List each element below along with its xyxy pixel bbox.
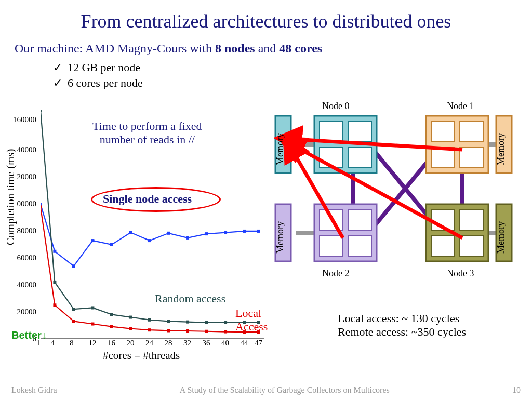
ytick: 40000 (7, 145, 36, 154)
svg-rect-38 (224, 330, 227, 334)
check-icon: ✓ (53, 61, 62, 74)
memory-label: Memory (275, 133, 285, 165)
svg-rect-19 (110, 313, 113, 316)
xtick: 8 (70, 339, 74, 348)
chart-note-line: Time to perform a fixed (92, 119, 202, 133)
svg-rect-54 (348, 147, 371, 168)
svg-rect-25 (224, 321, 227, 324)
svg-rect-10 (186, 236, 189, 240)
svg-rect-21 (148, 318, 151, 322)
local-access-line: Access (235, 320, 268, 334)
xtick: 40 (221, 339, 229, 348)
svg-rect-24 (205, 321, 208, 324)
svg-rect-22 (167, 320, 170, 323)
svg-rect-59 (460, 147, 483, 168)
svg-rect-23 (186, 321, 189, 324)
memory-label: Memory (496, 133, 506, 165)
svg-rect-5 (91, 239, 94, 242)
machine-subtitle: Our machine: AMD Magny-Cours with 8 node… (0, 32, 532, 56)
svg-rect-8 (148, 239, 151, 242)
spec-list: ✓12 GB per node ✓6 cores per node (0, 56, 532, 90)
svg-rect-35 (167, 329, 170, 332)
svg-rect-6 (110, 243, 113, 246)
node-1-label: Node 1 (447, 101, 474, 112)
svg-rect-3 (53, 250, 56, 253)
ytick: 00000 (7, 200, 36, 208)
subtitle-prefix: Our machine: AMD Magny-Cours with (15, 42, 215, 55)
subtitle-cores: 48 cores (279, 42, 322, 55)
node-2-icon (314, 204, 377, 261)
random-access-label: Random access (155, 292, 225, 305)
svg-rect-69 (460, 235, 483, 256)
xtick: 32 (183, 339, 191, 348)
memory-label: Memory (275, 221, 285, 254)
xtick: 36 (203, 339, 210, 348)
svg-rect-15 (41, 110, 42, 112)
svg-rect-56 (431, 121, 455, 142)
svg-rect-37 (205, 330, 208, 333)
chart-xlabel: #cores = #threads (103, 349, 180, 362)
svg-rect-62 (348, 209, 371, 230)
single-node-callout: Single node access (103, 192, 192, 206)
svg-rect-17 (72, 308, 75, 311)
xtick: 12 (88, 339, 96, 348)
svg-rect-11 (205, 232, 208, 235)
footer: Lokesh Gidra A Study of the Scalability … (0, 385, 532, 395)
svg-rect-68 (431, 235, 455, 256)
svg-rect-30 (72, 320, 75, 323)
node-3-label: Node 3 (447, 268, 474, 279)
local-access-label: Local Access (235, 307, 268, 334)
svg-rect-29 (53, 303, 56, 307)
svg-rect-57 (460, 121, 483, 142)
xtick: 4 (50, 339, 55, 348)
node-3-icon (426, 204, 488, 261)
ytick: 80000 (7, 227, 36, 235)
svg-rect-12 (224, 231, 227, 234)
xtick: 47 (255, 339, 262, 348)
remote-cycles: Remote access: ~350 cycles (338, 325, 466, 339)
ytick: 60000 (7, 254, 36, 262)
list-item: ✓6 cores per node (53, 75, 532, 91)
chart: Completion time (ms) 0 20000 40000 60000… (9, 110, 269, 354)
svg-rect-67 (460, 209, 483, 230)
svg-rect-14 (257, 230, 260, 233)
local-cycles: Local access: ~ 130 cycles (338, 312, 466, 325)
check-icon: ✓ (53, 76, 62, 89)
svg-rect-16 (53, 281, 56, 284)
svg-rect-36 (186, 329, 189, 332)
svg-rect-63 (320, 235, 343, 256)
ytick: 160000 (7, 115, 36, 124)
xtick: 44 (241, 339, 248, 348)
list-item: ✓12 GB per node (53, 60, 532, 75)
xtick: 28 (165, 339, 172, 348)
access-cycles: Local access: ~ 130 cycles Remote access… (338, 312, 466, 339)
svg-rect-4 (72, 264, 75, 268)
bullet-text: 6 cores per node (68, 76, 143, 89)
bullet-text: 12 GB per node (68, 61, 140, 74)
svg-rect-18 (91, 306, 94, 309)
better-indicator: Better↓ (11, 329, 47, 341)
footer-title: A Study of the Scalability of Garbage Co… (180, 385, 390, 395)
node-1-icon (426, 116, 488, 173)
chart-note-line: number of reads in // (92, 133, 202, 147)
footer-page: 10 (512, 385, 521, 395)
svg-rect-34 (148, 328, 151, 331)
slide-title: From centralized architectures to distri… (0, 0, 532, 32)
svg-rect-20 (129, 316, 132, 319)
numa-diagram: Memory Memory Memory Memory Node 0 Node … (265, 103, 520, 290)
node-0-label: Node 0 (322, 101, 350, 112)
svg-rect-64 (348, 235, 371, 256)
ytick: 20000 (7, 172, 36, 181)
subtitle-and: and (255, 42, 280, 55)
xtick: 16 (108, 339, 115, 348)
node-2-label: Node 2 (322, 268, 350, 279)
subtitle-nodes: 8 nodes (215, 42, 255, 55)
svg-rect-13 (243, 230, 246, 233)
xtick: 24 (145, 339, 153, 348)
svg-rect-2 (41, 203, 42, 206)
svg-rect-28 (41, 205, 42, 208)
svg-rect-31 (91, 323, 94, 326)
svg-rect-51 (320, 121, 343, 142)
svg-rect-9 (167, 232, 170, 235)
local-access-line: Local (235, 307, 268, 320)
